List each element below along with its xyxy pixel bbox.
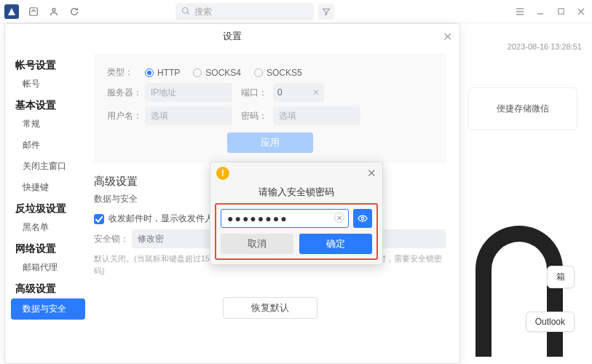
settings-header: 设置 ✕ xyxy=(5,24,459,49)
restore-button[interactable]: 恢复默认 xyxy=(223,297,317,319)
type-label: 类型： xyxy=(107,66,145,79)
menu-icon[interactable] xyxy=(513,5,526,18)
pwd-input[interactable] xyxy=(221,209,349,228)
close-icon[interactable] xyxy=(575,5,588,18)
pwd-highlight-box: ✕ 取消 确定 xyxy=(215,203,378,260)
sb-item-shortcut[interactable]: 快捷键 xyxy=(5,177,91,198)
timestamp: 2023-08-16 13:28:51 xyxy=(508,42,582,51)
svg-point-4 xyxy=(361,217,364,220)
sb-item-general[interactable]: 常规 xyxy=(5,114,91,135)
password-dialog: ! ✕ 请输入安全锁密码 ✕ 取消 确定 xyxy=(210,162,383,265)
pwd-eye-icon[interactable] xyxy=(353,209,372,228)
pwd-title: 请输入安全锁密码 xyxy=(210,186,382,199)
bg-card: 便捷存储微信 xyxy=(468,87,577,130)
warning-icon: ! xyxy=(216,167,229,180)
sb-group-basic: 基本设置 xyxy=(5,95,91,114)
pwd-clear-icon[interactable]: ✕ xyxy=(334,213,344,223)
bg-image xyxy=(475,226,563,357)
contacts-icon[interactable] xyxy=(45,3,63,20)
radio-http[interactable]: HTTP xyxy=(145,68,180,78)
port-input[interactable]: 0✕ xyxy=(273,83,324,102)
sb-item-blacklist[interactable]: 黑名单 xyxy=(5,217,91,238)
filter-icon[interactable] xyxy=(318,4,334,20)
titlebar xyxy=(0,0,592,23)
server-input[interactable] xyxy=(145,83,232,102)
lock-label: 安全锁： xyxy=(94,233,132,245)
minimize-icon[interactable] xyxy=(534,5,547,18)
cancel-button[interactable]: 取消 xyxy=(221,234,293,254)
search-input[interactable] xyxy=(175,3,314,20)
svg-point-2 xyxy=(183,7,189,13)
pass-label: 密码： xyxy=(241,110,273,122)
sb-item-proxy[interactable]: 邮箱代理 xyxy=(5,257,91,278)
sb-group-account: 帐号设置 xyxy=(5,55,91,74)
bg-pill-2[interactable]: Outlook xyxy=(526,312,575,332)
radio-socks4[interactable]: SOCKS4 xyxy=(193,68,241,78)
checkbox-icon[interactable] xyxy=(94,214,104,224)
radio-socks5[interactable]: SOCKS5 xyxy=(254,68,302,78)
sb-group-advanced: 高级设置 xyxy=(5,278,91,297)
pass-input[interactable] xyxy=(273,106,360,125)
sb-group-network: 网络设置 xyxy=(5,238,91,257)
apply-button[interactable]: 应用 xyxy=(227,132,313,153)
svg-rect-0 xyxy=(30,7,38,15)
server-label: 服务器： xyxy=(107,87,145,99)
user-input[interactable] xyxy=(145,106,232,125)
settings-sidebar: 帐号设置 帐号 基本设置 常规 邮件 关闭主窗口 快捷键 反垃圾设置 黑名单 网… xyxy=(5,49,91,363)
app-logo xyxy=(4,4,19,19)
compose-icon[interactable] xyxy=(25,3,42,20)
sb-item-data-security[interactable]: 数据与安全 xyxy=(11,298,85,320)
svg-rect-3 xyxy=(558,9,563,14)
proxy-panel: 类型： HTTP SOCKS4 SOCKS5 服务器： 端口： 0✕ 用户名： … xyxy=(94,53,446,163)
settings-title: 设置 xyxy=(223,30,242,43)
sb-item-closewin[interactable]: 关闭主窗口 xyxy=(5,156,91,177)
search-icon xyxy=(181,7,190,17)
sb-group-spam: 反垃圾设置 xyxy=(5,198,91,217)
port-clear-icon[interactable]: ✕ xyxy=(312,87,320,98)
refresh-icon[interactable] xyxy=(66,3,83,20)
user-label: 用户名： xyxy=(107,110,145,122)
maximize-icon[interactable] xyxy=(554,5,567,18)
port-label: 端口： xyxy=(241,87,273,99)
svg-point-1 xyxy=(52,8,55,11)
pwd-close-icon[interactable]: ✕ xyxy=(367,167,376,180)
sb-item-mail[interactable]: 邮件 xyxy=(5,135,91,156)
settings-close-icon[interactable]: ✕ xyxy=(443,30,452,44)
sb-item-account[interactable]: 帐号 xyxy=(5,74,91,95)
ok-button[interactable]: 确定 xyxy=(299,234,372,254)
bg-pill-1[interactable]: 箱 xyxy=(547,266,575,288)
